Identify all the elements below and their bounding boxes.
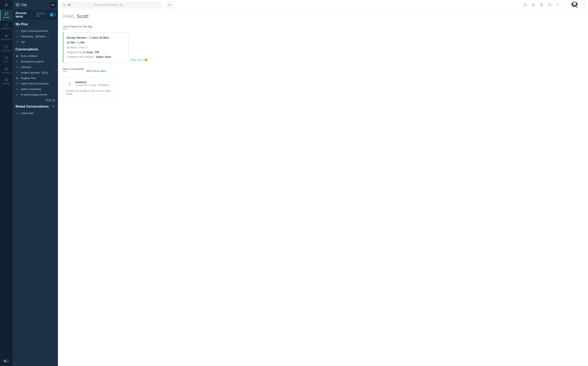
list-item-label: marketing : @Zylker … <box>21 35 49 38</box>
muted-list: Asana Bot <box>13 110 58 116</box>
pin-item[interactable]: Taz <box>13 39 58 45</box>
apps-launcher[interactable] <box>582 3 586 7</box>
rail-history[interactable]: HISTORY <box>0 43 13 54</box>
event-cal-label: Created in the calendar <box>67 55 94 58</box>
event-to: to <box>74 41 78 44</box>
svg-point-43 <box>583 6 583 6</box>
theme-toggle[interactable] <box>0 356 13 366</box>
svg-point-39 <box>585 4 585 4</box>
user-avatar[interactable] <box>571 2 578 8</box>
topbar: All <box>58 0 588 10</box>
svg-point-45 <box>585 6 585 6</box>
svg-point-16 <box>18 5 18 5</box>
remote-work-bar: Remote Work 08:32:53 Hrs <box>13 10 58 20</box>
list-item-label: Taz <box>21 40 25 44</box>
brand-icon <box>15 3 20 7</box>
conversation-item[interactable]: # zylker-marketing <box>13 86 58 92</box>
calendar-button[interactable] <box>548 3 551 7</box>
greeting: Hello, Scott! <box>63 14 583 19</box>
svg-point-13 <box>6 79 7 80</box>
person-icon <box>5 23 8 27</box>
conversation-item[interactable]: Sales Pitch Discussion <box>13 81 58 86</box>
search-scope-dropdown[interactable]: All <box>60 1 91 8</box>
section-title: Conversations <box>15 47 38 51</box>
hash-icon <box>5 34 8 38</box>
rail-channels[interactable]: CHANNELS <box>0 32 13 43</box>
close-button[interactable] <box>112 79 114 81</box>
svg-point-44 <box>584 6 584 6</box>
conversation-item[interactable]: # In product/app conten… <box>13 92 58 97</box>
clipboard-icon <box>66 80 73 87</box>
command-card[interactable]: /addtask Created by Li Jung - Developer … <box>63 77 116 98</box>
search-input[interactable] <box>91 1 162 8</box>
event-row: Design Review in 1 Hour 52 Mins 12 PM to… <box>63 32 583 62</box>
event-card[interactable]: Design Review in 1 Hour 52 Mins 12 PM to… <box>63 32 128 62</box>
svg-rect-14 <box>16 3 19 6</box>
hash-icon: # <box>15 60 19 63</box>
cloud-icon <box>15 112 19 115</box>
show-all-link[interactable]: Show all <box>13 97 58 102</box>
pin-item[interactable]: # marketing : @Zylker … <box>13 34 58 39</box>
okay-label: Okay, got it <box>130 58 143 61</box>
remote-toggle[interactable] <box>50 13 55 16</box>
svg-rect-8 <box>5 68 6 69</box>
list-item-label: project-updates : @Zy… <box>21 71 51 74</box>
conversation-item[interactable]: # project-updates : @Zy… <box>13 70 58 75</box>
command-description: Create and assign a task to your team ma… <box>66 89 113 95</box>
hash-icon: # <box>15 71 19 74</box>
brand[interactable]: Cliq <box>15 3 27 7</box>
section-title: Muted Conversations <box>15 105 49 108</box>
svg-rect-11 <box>7 69 8 70</box>
svg-line-25 <box>65 5 66 6</box>
muted-item[interactable]: Asana Bot <box>13 110 58 116</box>
svg-point-29 <box>533 4 534 5</box>
integrations-button[interactable] <box>556 3 560 7</box>
star-button[interactable] <box>523 3 527 7</box>
list-item-label: Rufus William <box>21 54 38 58</box>
conversation-item[interactable]: Rufus William <box>13 53 58 59</box>
announcements-button[interactable] <box>50 2 56 8</box>
chat-icon <box>5 12 8 16</box>
list-item-label: releases <box>21 66 31 69</box>
svg-point-41 <box>584 5 584 5</box>
conversation-item[interactable]: Raghav Rao <box>13 75 58 81</box>
rail-label: CONTACTS <box>1 28 11 30</box>
section-muted: Muted Conversations <box>13 102 58 110</box>
star-icon <box>523 3 527 7</box>
sidebar-header: Cliq <box>13 0 58 10</box>
svg-point-3 <box>6 24 7 25</box>
okay-button[interactable]: Okay, got it 😀 <box>130 58 148 62</box>
theme-pill-icon <box>3 359 9 363</box>
rail-files[interactable]: FILES <box>0 54 13 65</box>
rail-label: CHANNELS <box>1 38 11 41</box>
rail-widgets[interactable]: WIDGETS <box>0 65 13 76</box>
new-button[interactable] <box>166 1 173 8</box>
svg-marker-17 <box>52 4 53 6</box>
svg-line-6 <box>6 35 6 37</box>
menu-button[interactable] <box>0 0 13 10</box>
mark-all-seen[interactable]: Mark all as seen <box>86 70 106 72</box>
muted-settings[interactable] <box>52 105 55 108</box>
rail-chats[interactable]: CHATS <box>0 10 13 21</box>
people-icon <box>5 78 8 82</box>
mentions-button[interactable] <box>531 3 535 7</box>
svg-point-24 <box>63 4 65 6</box>
commands-heading: New Commands <box>63 67 84 72</box>
pin-item[interactable]: # Zyler-Announcements <box>13 28 58 34</box>
widgets-icon <box>5 67 8 71</box>
history-icon <box>5 45 8 49</box>
reminders-button[interactable] <box>540 3 543 7</box>
rail-people[interactable]: PEOPLE <box>0 76 13 87</box>
hash-icon: # <box>15 66 19 69</box>
search-wrap: All <box>60 1 162 8</box>
remote-time: 08:32:53 Hrs <box>37 12 48 17</box>
conversation-item[interactable]: # releases <box>13 64 58 70</box>
plug-icon <box>556 3 560 7</box>
pins-menu[interactable] <box>52 23 55 26</box>
rail-contacts[interactable]: CONTACTS <box>0 21 13 32</box>
list-item-label: zylker-marketing <box>21 88 41 91</box>
section-pins: My Pins <box>13 20 58 28</box>
hash-icon: # <box>15 29 19 32</box>
event-start: 12 PM <box>67 41 74 44</box>
conversation-item[interactable]: # Enterprise-support <box>13 59 58 64</box>
